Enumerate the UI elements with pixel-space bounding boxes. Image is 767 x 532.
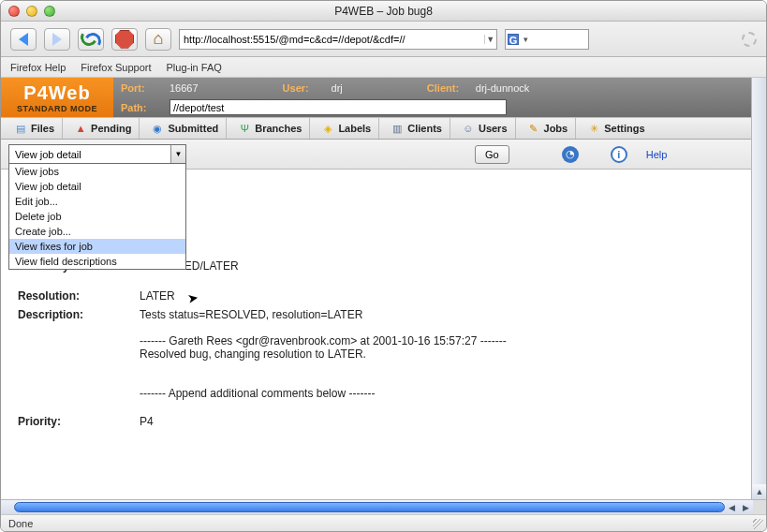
logo-main: P4Web — [23, 82, 90, 104]
status-bar: Done — [1, 514, 766, 531]
bookmark-link[interactable]: Firefox Help — [10, 62, 66, 73]
forward-button[interactable] — [44, 28, 70, 51]
action-select[interactable]: View job detail ▼ View jobs View job det… — [8, 144, 186, 164]
port-value: 16667 — [170, 82, 199, 94]
throbber-icon — [742, 32, 757, 47]
settings-icon: ✳ — [587, 122, 600, 135]
resolution-label: Resolution: — [18, 289, 140, 303]
port-label: Port: — [121, 82, 160, 94]
jobs-icon: ✎ — [527, 122, 540, 135]
browser-toolbar: ⌂ ▼ G ▾ — [1, 22, 766, 57]
go-button[interactable]: Go — [475, 145, 509, 164]
bookmarks-bar: Firefox Help Firefox Support Plug-in FAQ — [1, 57, 766, 78]
status-text: Done — [8, 518, 33, 529]
horizontal-scrollbar[interactable]: ◀ ▶ — [1, 499, 766, 514]
recent-icon[interactable]: ◔ — [562, 146, 579, 163]
scroll-up-icon[interactable]: ▲ — [752, 484, 767, 499]
dropdown-option-highlighted[interactable]: View fixes for job — [9, 239, 185, 254]
browser-window: P4WEB – Job bug8 ⌂ ▼ G ▾ Firefox Help Fi… — [0, 0, 767, 532]
action-select-box[interactable]: View job detail ▼ — [8, 144, 186, 164]
tab-labels[interactable]: ◈Labels — [314, 118, 379, 139]
stop-button[interactable] — [111, 28, 138, 51]
branches-icon: Ψ — [238, 122, 251, 135]
info-icon[interactable]: i — [611, 146, 627, 163]
dropdown-option[interactable]: View jobs — [9, 164, 185, 179]
dropdown-option[interactable]: Edit job... — [9, 194, 185, 209]
google-icon: G — [508, 34, 519, 45]
tab-submitted[interactable]: ◉Submitted — [143, 118, 227, 139]
search-input[interactable] — [531, 34, 578, 45]
priority-label: Priority: — [18, 415, 140, 428]
bookmark-link[interactable]: Plug-in FAQ — [167, 62, 222, 73]
path-label: Path: — [121, 102, 160, 113]
description-value: Tests status=RESOLVED, resolution=LATER … — [140, 308, 734, 400]
tab-jobs[interactable]: ✎Jobs — [520, 118, 577, 139]
dropdown-option[interactable]: Delete job — [9, 209, 185, 224]
scroll-left-icon[interactable]: ◀ — [725, 500, 739, 514]
pending-icon: ▲ — [74, 122, 87, 135]
back-button[interactable] — [10, 28, 37, 51]
action-dropdown: View jobs View job detail Edit job... De… — [8, 163, 186, 270]
content-area: ▲ ▼ P4Web STANDARD MODE Port: 16667 User… — [1, 78, 766, 514]
users-icon: ☺ — [462, 122, 475, 135]
p4web-logo: P4Web STANDARD MODE — [1, 78, 113, 117]
date-value: 08:36 — [140, 241, 734, 254]
dropdown-option[interactable]: View job detail — [9, 179, 185, 194]
header-info: Port: 16667 User: drj Client: drj-dunnoc… — [113, 78, 751, 117]
chevron-down-icon[interactable]: ▼ — [170, 145, 185, 163]
url-input[interactable] — [180, 34, 484, 45]
file-icon: ▤ — [14, 122, 27, 135]
tab-settings[interactable]: ✳Settings — [580, 118, 652, 139]
clients-icon: ▥ — [391, 122, 404, 135]
resolution-value: LATER — [140, 289, 734, 303]
client-label: Client: — [427, 82, 466, 94]
tab-users[interactable]: ☺Users — [454, 118, 516, 139]
help-link[interactable]: Help — [646, 149, 668, 160]
home-icon: ⌂ — [154, 29, 164, 49]
labels-icon: ◈ — [321, 122, 334, 135]
tab-pending[interactable]: ▲Pending — [66, 118, 140, 139]
main-tabs: ▤Files ▲Pending ◉Submitted ΨBranches ◈La… — [1, 117, 751, 140]
bookmark-link[interactable]: Firefox Support — [81, 62, 151, 73]
submitted-icon: ◉ — [151, 122, 164, 135]
url-dropdown-icon[interactable]: ▼ — [484, 35, 496, 44]
action-select-value: View job detail — [15, 149, 81, 160]
tab-files[interactable]: ▤Files — [7, 118, 63, 139]
user-label: User: — [283, 82, 322, 94]
dropdown-option[interactable]: Create job... — [9, 224, 185, 239]
tab-clients[interactable]: ▥Clients — [383, 118, 450, 139]
window-title: P4WEB – Job bug8 — [1, 5, 766, 18]
scroll-corner — [753, 500, 766, 514]
dropdown-option[interactable]: View field descriptions — [9, 254, 185, 269]
path-input[interactable] — [170, 99, 507, 115]
priority-value: P4 — [140, 415, 734, 428]
user-value: drj — [332, 82, 343, 94]
reload-button[interactable] — [78, 28, 104, 51]
description-label: Description: — [18, 308, 140, 400]
tab-branches[interactable]: ΨBranches — [230, 118, 310, 139]
search-bar[interactable]: G ▾ — [505, 29, 589, 50]
p4web-header: P4Web STANDARD MODE Port: 16667 User: dr… — [1, 78, 751, 117]
client-value: drj-dunnock — [476, 82, 529, 94]
logo-sub: STANDARD MODE — [17, 104, 97, 113]
summary-value: RESOLVED/LATER — [140, 259, 734, 273]
control-bar: View job detail ▼ View jobs View job det… — [1, 140, 751, 170]
titlebar: P4WEB – Job bug8 — [1, 1, 766, 22]
url-bar[interactable]: ▼ — [179, 29, 497, 50]
scroll-right-icon[interactable]: ▶ — [739, 500, 753, 514]
hscroll-thumb[interactable] — [14, 502, 725, 512]
home-button[interactable]: ⌂ — [145, 28, 171, 51]
vertical-scrollbar[interactable]: ▲ ▼ — [751, 78, 766, 514]
search-engine-dropdown-icon[interactable]: ▾ — [521, 35, 531, 44]
resize-grip[interactable] — [753, 519, 763, 529]
